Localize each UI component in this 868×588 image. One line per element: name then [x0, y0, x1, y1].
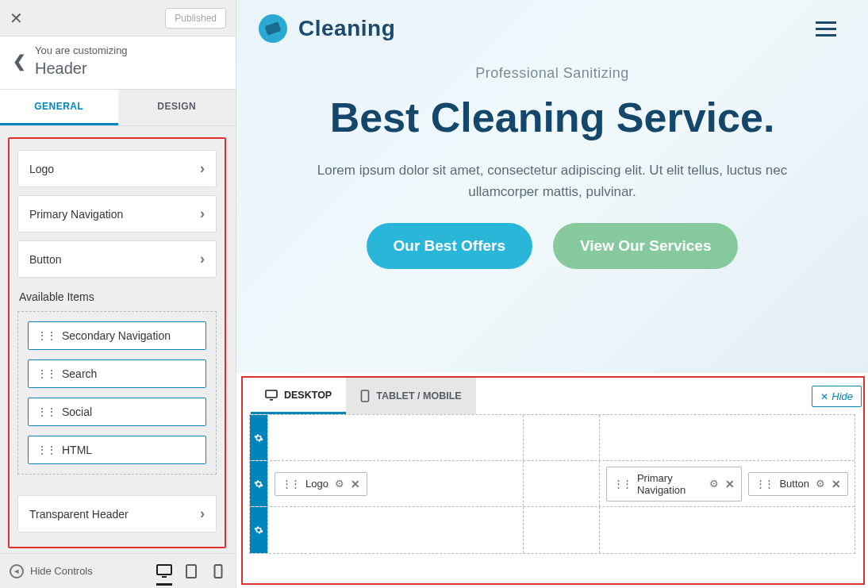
sidebar-top-bar: ✕ Published — [0, 0, 236, 37]
available-items-container: ⋮⋮ Secondary Navigation ⋮⋮ Search ⋮⋮ Soc… — [17, 311, 217, 475]
builder-rows: ⋮⋮ Logo ⚙ ✕ ⋮⋮ Primary Navigation ⚙ ✕ — [249, 414, 855, 554]
chip-label: Primary Navigation — [637, 472, 704, 496]
available-item-social[interactable]: ⋮⋮ Social — [28, 398, 206, 426]
drop-zone-right[interactable] — [599, 507, 855, 553]
svg-rect-6 — [362, 390, 369, 402]
available-item-label: Search — [62, 367, 97, 380]
drag-handle-icon[interactable]: ⋮⋮ — [36, 405, 56, 418]
available-items-label: Available Items — [19, 290, 217, 303]
builder-tab-label: TABLET / MOBILE — [376, 390, 461, 402]
gear-icon[interactable]: ⚙ — [816, 478, 825, 490]
chip-label: Button — [779, 478, 809, 490]
available-item-label: Social — [62, 405, 92, 418]
builder-row-bottom — [250, 507, 855, 553]
gear-icon[interactable]: ⚙ — [335, 478, 344, 490]
gear-icon — [254, 479, 263, 489]
hamburger-menu-icon[interactable] — [816, 21, 836, 37]
drop-zone-left[interactable] — [267, 507, 523, 553]
chevron-right-icon: › — [200, 160, 205, 177]
drop-zone-right[interactable]: ⋮⋮ Primary Navigation ⚙ ✕ ⋮⋮ Button ⚙ ✕ — [599, 461, 855, 506]
drop-zone-left[interactable] — [267, 415, 523, 460]
svg-rect-0 — [157, 565, 171, 575]
gear-icon[interactable]: ⚙ — [709, 478, 719, 490]
builder-tab-mobile[interactable]: TABLET / MOBILE — [346, 378, 475, 414]
gear-icon — [254, 433, 263, 443]
transparent-header-label: Transparent Header — [29, 508, 129, 521]
drop-zone-left[interactable]: ⋮⋮ Logo ⚙ ✕ — [267, 461, 523, 506]
drag-handle-icon[interactable]: ⋮⋮ — [755, 478, 773, 490]
drop-zone-center[interactable] — [523, 461, 599, 506]
chip-logo[interactable]: ⋮⋮ Logo ⚙ ✕ — [275, 472, 367, 496]
drag-handle-icon[interactable]: ⋮⋮ — [282, 478, 299, 490]
chip-primary-nav[interactable]: ⋮⋮ Primary Navigation ⚙ ✕ — [606, 467, 743, 502]
highlighted-section: Logo › Primary Navigation › Button › Ava… — [8, 137, 226, 548]
hide-builder-button[interactable]: ✕Hide — [812, 386, 862, 407]
drag-handle-icon[interactable]: ⋮⋮ — [36, 329, 56, 342]
chevron-right-icon: › — [200, 206, 205, 222]
close-icon: ✕ — [820, 391, 828, 402]
drop-zone-right[interactable] — [599, 415, 855, 460]
builder-tabs: DESKTOP TABLET / MOBILE ✕Hide — [243, 378, 863, 414]
chevron-right-icon: › — [200, 251, 205, 267]
header-builder: DESKTOP TABLET / MOBILE ✕Hide — [241, 376, 865, 585]
builder-row-main: ⋮⋮ Logo ⚙ ✕ ⋮⋮ Primary Navigation ⚙ ✕ — [250, 461, 855, 507]
gear-icon — [254, 525, 263, 535]
remove-icon[interactable]: ✕ — [832, 478, 841, 490]
sidebar-footer: ◂ Hide Controls — [0, 553, 236, 588]
tablet-icon — [360, 390, 370, 402]
hide-controls-label: Hide Controls — [30, 565, 93, 577]
desktop-icon — [265, 390, 278, 401]
tab-design[interactable]: DESIGN — [118, 90, 236, 125]
builder-row-top — [250, 415, 855, 461]
config-item-label: Logo — [29, 163, 54, 175]
tablet-device-icon[interactable] — [183, 563, 199, 579]
svg-rect-1 — [162, 576, 167, 578]
svg-rect-4 — [266, 390, 277, 398]
row-settings-button[interactable] — [250, 415, 267, 460]
builder-tab-desktop[interactable]: DESKTOP — [251, 378, 346, 414]
customizer-sidebar: ✕ Published ❮ You are customizing Header… — [0, 0, 236, 588]
crumb-title: Header — [35, 60, 87, 77]
config-item-button[interactable]: Button › — [17, 240, 217, 278]
desktop-device-icon[interactable] — [156, 563, 172, 579]
back-button[interactable]: ❮ — [3, 52, 35, 71]
remove-icon[interactable]: ✕ — [725, 478, 735, 490]
available-item-label: HTML — [62, 444, 92, 456]
published-button[interactable]: Published — [165, 8, 226, 29]
tab-general[interactable]: GENERAL — [0, 90, 118, 125]
svg-rect-3 — [215, 565, 222, 578]
site-preview: Cleaning Professional Sanitizing Best Cl… — [236, 0, 868, 373]
hero-section: Professional Sanitizing Best Cleaning Se… — [236, 43, 868, 269]
available-item-search[interactable]: ⋮⋮ Search — [28, 359, 206, 388]
preview-area: Cleaning Professional Sanitizing Best Cl… — [236, 0, 868, 588]
hero-headline: Best Cleaning Service. — [284, 94, 820, 142]
drag-handle-icon[interactable]: ⋮⋮ — [36, 367, 56, 380]
remove-icon[interactable]: ✕ — [351, 478, 360, 490]
hero-lead: Lorem ipsum dolor sit amet, consectetur … — [298, 159, 806, 202]
drop-zone-center[interactable] — [523, 415, 599, 460]
config-item-primary-nav[interactable]: Primary Navigation › — [17, 195, 217, 233]
available-item-secondary-nav[interactable]: ⋮⋮ Secondary Navigation — [28, 321, 206, 350]
site-header: Cleaning — [236, 0, 868, 43]
config-item-logo[interactable]: Logo › — [17, 150, 217, 187]
row-settings-button[interactable] — [250, 461, 267, 506]
hide-controls-button[interactable]: ◂ Hide Controls — [10, 564, 93, 578]
cta-primary-button[interactable]: Our Best Offers — [367, 223, 532, 269]
close-icon[interactable]: ✕ — [10, 9, 23, 28]
chip-button[interactable]: ⋮⋮ Button ⚙ ✕ — [748, 472, 848, 496]
cta-secondary-button[interactable]: View Our Services — [553, 223, 738, 269]
drop-zone-center[interactable] — [523, 507, 599, 553]
available-item-html[interactable]: ⋮⋮ HTML — [28, 436, 206, 464]
collapse-icon: ◂ — [10, 564, 24, 578]
chevron-right-icon: › — [200, 505, 205, 522]
config-item-label: Button — [29, 253, 61, 266]
drag-handle-icon[interactable]: ⋮⋮ — [36, 444, 56, 456]
crumb-prefix: You are customizing — [35, 44, 225, 56]
row-settings-button[interactable] — [250, 507, 267, 553]
mobile-device-icon[interactable] — [210, 563, 226, 579]
logo-icon — [255, 10, 291, 47]
builder-tab-label: DESKTOP — [284, 390, 332, 401]
drag-handle-icon[interactable]: ⋮⋮ — [613, 478, 631, 490]
logo-text: Cleaning — [298, 16, 395, 41]
transparent-header-item[interactable]: Transparent Header › — [17, 495, 217, 532]
